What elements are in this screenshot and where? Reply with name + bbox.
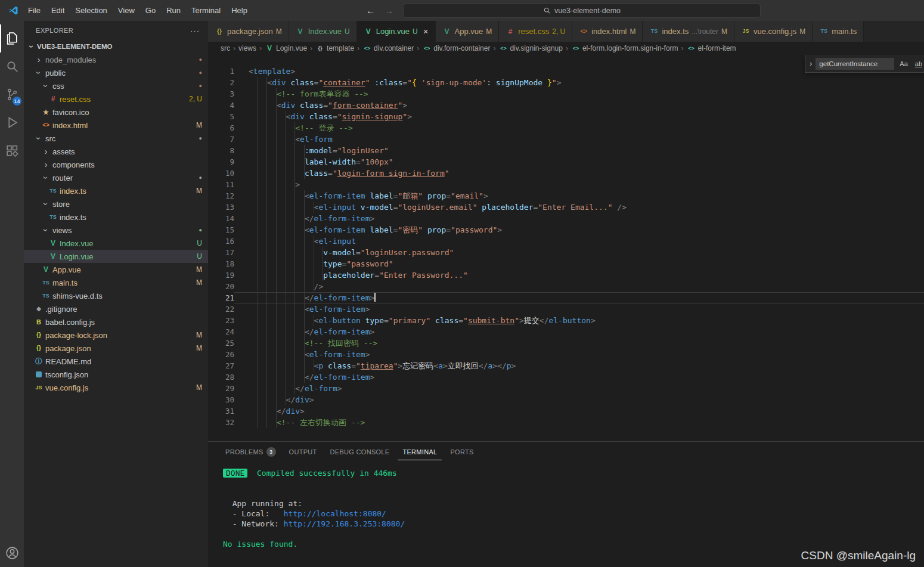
breadcrumb-item[interactable]: <>div.form-container (422, 44, 490, 52)
back-arrow-icon[interactable]: ← (366, 5, 375, 16)
tree-item-src[interactable]: ›src● (24, 132, 208, 145)
panel-tab-debug-console[interactable]: DEBUG CONSOLE (325, 444, 395, 460)
menu-go[interactable]: Go (140, 6, 161, 15)
breadcrumb-item[interactable]: {}template (315, 44, 354, 52)
code-line[interactable]: 2<div class="container" :class="{ 'sign-… (208, 77, 924, 88)
line-number[interactable]: 12 (208, 190, 234, 202)
menu-edit[interactable]: Edit (46, 6, 70, 15)
code-line[interactable]: 3<!-- form表单容器 --> (208, 88, 924, 100)
code-line[interactable]: 4<div class="form-container"> (208, 100, 924, 111)
code-line[interactable]: 31</div> (208, 405, 924, 417)
tab-package.json[interactable]: {}package.jsonM (208, 21, 289, 42)
close-icon[interactable]: × (423, 26, 429, 36)
line-number[interactable]: 23 (208, 315, 234, 326)
tab-app.vue[interactable]: VApp.vueM (436, 21, 500, 42)
code-line[interactable]: 12<el-form-item label="邮箱" prop="email"> (208, 190, 924, 202)
line-number[interactable]: 1 (208, 66, 234, 77)
panel-tab-problems[interactable]: PROBLEMS3 (221, 442, 281, 461)
tree-item-tsconfig.json[interactable]: tsconfig.json (24, 368, 208, 381)
code-line[interactable]: 28</el-form-item> (208, 371, 924, 383)
line-number[interactable]: 3 (208, 88, 234, 100)
code-line[interactable]: 27<p class="tiparea">忘记密码<a>立即找回</a></p> (208, 360, 924, 371)
code-line[interactable]: 16<el-input (208, 236, 924, 247)
menu-terminal[interactable]: Terminal (186, 6, 226, 15)
code-line[interactable]: 30</div> (208, 394, 924, 405)
breadcrumb-item[interactable]: <>div.signin-signup (498, 44, 563, 52)
terminal-link[interactable]: http://192.168.3.253:8080/ (284, 519, 405, 528)
line-number[interactable]: 29 (208, 383, 234, 394)
tab-login.vue[interactable]: VLogin.vueU× (357, 21, 436, 42)
code-line[interactable]: 10class="login-form sign-in-form" (208, 168, 924, 179)
line-number[interactable]: 10 (208, 168, 234, 179)
menu-view[interactable]: View (113, 6, 140, 15)
panel-tab-terminal[interactable]: TERMINAL (398, 444, 442, 460)
tree-item-index.ts[interactable]: TSindex.ts (24, 210, 208, 224)
code-line[interactable]: 15<el-form-item label="密码" prop="passwor… (208, 224, 924, 236)
tree-item-readme.md[interactable]: ⓘREADME.md (24, 355, 208, 368)
code-line[interactable]: 25<!-- 找回密码 --> (208, 337, 924, 349)
tree-item-store[interactable]: ›store (24, 197, 208, 210)
tree-item-vue.config.js[interactable]: JSvue.config.jsM (24, 381, 208, 394)
line-number[interactable]: 5 (208, 111, 234, 122)
code-line[interactable]: 26<el-form-item> (208, 349, 924, 360)
tree-item-views[interactable]: ›views● (24, 224, 208, 237)
breadcrumb-item[interactable]: VLogin.vue (265, 44, 307, 52)
tree-item-index.ts[interactable]: TSindex.tsM (24, 184, 208, 197)
line-number[interactable]: 14 (208, 213, 234, 224)
menu-selection[interactable]: Selection (70, 6, 112, 15)
line-number[interactable]: 7 (208, 134, 234, 145)
line-number[interactable]: 18 (208, 258, 234, 269)
tree-item-index.html[interactable]: <>index.htmlM (24, 119, 208, 132)
code-line[interactable]: 9label-width="100px" (208, 156, 924, 168)
code-line[interactable]: 21</el-form-item> (208, 292, 924, 303)
code-line[interactable]: 24</el-form-item> (208, 326, 924, 337)
tab-index.vue[interactable]: VIndex.vueU (289, 21, 357, 42)
breadcrumb-item[interactable]: <>div.container (362, 44, 414, 52)
tab-vue.config.js[interactable]: JSvue.config.jsM (734, 21, 813, 42)
line-number[interactable]: 8 (208, 145, 234, 156)
explorer-icon[interactable] (0, 24, 24, 52)
panel-tab-output[interactable]: OUTPUT (284, 444, 322, 460)
tree-item-nodemodules[interactable]: ›node_modules● (24, 53, 208, 66)
code-line[interactable]: 7<el-form (208, 134, 924, 145)
line-number[interactable]: 9 (208, 156, 234, 168)
code-line[interactable]: 11> (208, 179, 924, 190)
breadcrumb-item[interactable]: src (221, 44, 230, 52)
tree-item-babel.config.js[interactable]: Bbabel.config.js (24, 315, 208, 329)
tree-item-public[interactable]: ›public● (24, 66, 208, 79)
code-line[interactable]: 22<el-form-item> (208, 303, 924, 315)
line-number[interactable]: 21 (208, 292, 234, 303)
run-debug-icon[interactable] (0, 109, 24, 137)
extensions-icon[interactable] (0, 137, 24, 165)
forward-arrow-icon[interactable]: → (385, 5, 393, 16)
line-number[interactable]: 15 (208, 224, 234, 236)
menu-file[interactable]: File (23, 6, 46, 15)
menu-help[interactable]: Help (226, 6, 253, 15)
tree-item-router[interactable]: ›router● (24, 171, 208, 184)
line-number[interactable]: 22 (208, 303, 234, 315)
tree-item-app.vue[interactable]: VApp.vueM (24, 263, 208, 276)
code-line[interactable]: 23<el-button type="primary" class="submi… (208, 315, 924, 326)
tab-index.ts[interactable]: TSindex.ts...\routerM (643, 21, 734, 42)
code-editor[interactable]: 1<template>2<div class="container" :clas… (208, 55, 924, 441)
code-line[interactable]: 18type="password" (208, 258, 924, 269)
account-icon[interactable] (0, 539, 24, 567)
tree-item-css[interactable]: ›css● (24, 79, 208, 92)
code-line[interactable]: 6<!-- 登录 --> (208, 122, 924, 134)
line-number[interactable]: 2 (208, 77, 234, 88)
match-case-button[interactable]: Aa (898, 59, 909, 69)
tab-main.ts[interactable]: TSmain.ts (813, 21, 864, 42)
tree-item-components[interactable]: ›components (24, 158, 208, 171)
tree-item-login.vue[interactable]: VLogin.vueU (24, 250, 208, 263)
line-number[interactable]: 26 (208, 349, 234, 360)
line-number[interactable]: 32 (208, 417, 234, 428)
terminal-link[interactable]: http://localhost:8080/ (284, 509, 386, 518)
tree-item-shims-vue.d.ts[interactable]: TSshims-vue.d.ts (24, 289, 208, 302)
line-number[interactable]: 6 (208, 122, 234, 134)
line-number[interactable]: 24 (208, 326, 234, 337)
code-line[interactable]: 5<div class="signin-signup"> (208, 111, 924, 122)
toggle-replace-chevron-icon[interactable]: › (810, 60, 812, 67)
breadcrumb-item[interactable]: views (238, 44, 256, 52)
tree-item-assets[interactable]: ›assets (24, 145, 208, 158)
code-line[interactable]: 17v-model="loginUser.password" (208, 247, 924, 258)
